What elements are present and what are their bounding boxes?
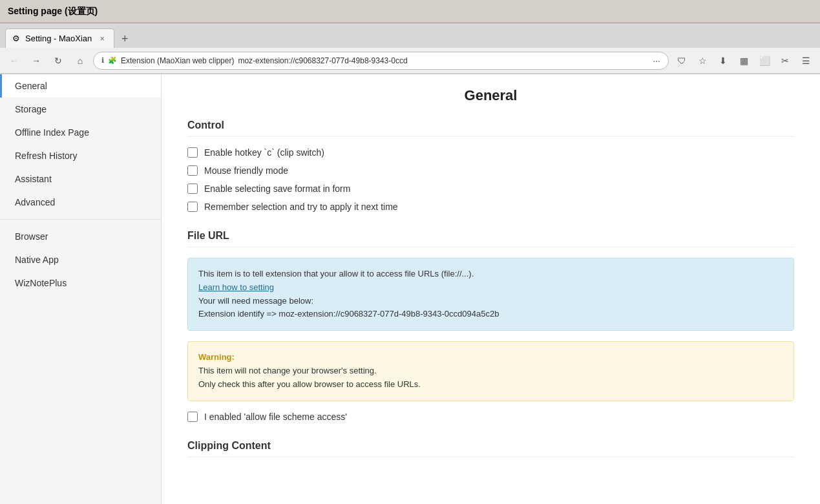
sidebar-item-offline-label: Offline Index Page (15, 127, 89, 138)
save-format-label[interactable]: Enable selecting save format in form (204, 184, 350, 194)
address-more-button[interactable]: ··· (653, 56, 660, 66)
warning-line1: This item will not change your browser's… (198, 366, 377, 375)
clipping-content-section: Clipping Content (187, 440, 794, 457)
checkbox-row-mouse-friendly: Mouse friendly mode (187, 165, 794, 176)
main-area: General Storage Offline Index Page Refre… (0, 74, 820, 504)
remember-selection-checkbox[interactable] (187, 202, 198, 212)
download-icon[interactable]: ⬇ (714, 52, 732, 70)
checkbox-row-save-format: Enable selecting save format in form (187, 184, 794, 194)
sidebar-item-wiznoteplus[interactable]: WizNotePlus (0, 271, 161, 295)
info-text: This item is to tell extension that your… (198, 269, 474, 278)
warning-line2: Only check this after you allow browser … (198, 379, 421, 389)
tab-title: Setting - MaoXian (25, 34, 92, 43)
back-button[interactable]: ← (5, 52, 23, 70)
file-url-section-title: File URL (187, 230, 794, 247)
address-bar-row: ← → ↻ ⌂ ℹ 🧩 Extension (MaoXian web clipp… (0, 48, 820, 74)
clipping-content-section-title: Clipping Content (187, 440, 794, 457)
forward-button[interactable]: → (27, 52, 45, 70)
sidebar-item-offline-index-page[interactable]: Offline Index Page (0, 121, 161, 144)
extension-label: Extension (MaoXian web clipper) (121, 56, 234, 65)
control-section: Control Enable hotkey `c` (clip switch) … (187, 120, 794, 212)
file-scheme-label[interactable]: I enabled 'allow file scheme access' (204, 412, 347, 422)
tab-favicon: ⚙ (12, 34, 20, 43)
sidebar-item-advanced[interactable]: Advanced (0, 191, 161, 214)
layout-icon[interactable]: ⬜ (755, 52, 773, 70)
menu-icon[interactable]: ☰ (797, 52, 815, 70)
mouse-friendly-label[interactable]: Mouse friendly mode (204, 165, 288, 176)
sidebar-item-refresh-label: Refresh History (15, 151, 77, 161)
info-box: This item is to tell extension that your… (187, 258, 794, 331)
sidebar-item-general[interactable]: General (0, 74, 161, 98)
sidebar-item-storage[interactable]: Storage (0, 98, 161, 121)
extension-id-text: Extension identify => moz-extension://c9… (198, 309, 499, 319)
hotkey-checkbox[interactable] (187, 147, 198, 158)
sidebar-item-assistant-label: Assistant (15, 174, 52, 184)
address-bar[interactable]: ℹ 🧩 Extension (MaoXian web clipper) moz-… (93, 52, 669, 70)
customize-icon[interactable]: ✂ (776, 52, 794, 70)
tab-close-button[interactable]: × (97, 34, 107, 44)
sidebar-item-browser-label: Browser (15, 231, 48, 242)
sidebar-item-native-app[interactable]: Native App (0, 248, 161, 271)
shield-icon[interactable]: 🛡 (673, 52, 691, 70)
title-bar: Setting page (设置页) (0, 0, 820, 23)
sidebar-item-advanced-label: Advanced (15, 197, 55, 207)
control-section-title: Control (187, 120, 794, 137)
sidebar-item-browser[interactable]: Browser (0, 225, 161, 248)
home-button[interactable]: ⌂ (71, 52, 89, 70)
mouse-friendly-checkbox[interactable] (187, 165, 198, 176)
file-url-section: File URL This item is to tell extension … (187, 230, 794, 422)
file-scheme-checkbox[interactable] (187, 412, 198, 422)
sidebar-item-storage-label: Storage (15, 104, 47, 114)
content-area: General Control Enable hotkey `c` (clip … (162, 74, 820, 504)
save-format-checkbox[interactable] (187, 184, 198, 194)
extension-icon: 🧩 (108, 56, 117, 65)
checkbox-row-remember-selection: Remember selection and try to apply it n… (187, 202, 794, 212)
url-text: moz-extension://c9068327-077d-49b8-9343-… (238, 56, 649, 65)
warning-label: Warning: (198, 352, 235, 362)
hotkey-label[interactable]: Enable hotkey `c` (clip switch) (204, 147, 324, 158)
tab-bar: ⚙ Setting - MaoXian × + (0, 23, 820, 48)
sidebar-item-assistant[interactable]: Assistant (0, 167, 161, 191)
browser-chrome: ⚙ Setting - MaoXian × + ← → ↻ ⌂ ℹ 🧩 Exte… (0, 23, 820, 74)
remember-selection-label[interactable]: Remember selection and try to apply it n… (204, 202, 398, 212)
page-title: General (187, 87, 794, 104)
learn-how-link[interactable]: Learn how to setting (198, 282, 274, 292)
grid-icon[interactable]: ▦ (735, 52, 753, 70)
info-text2: Your will need message below: (198, 296, 313, 306)
sidebar-item-wiznoteplus-label: WizNotePlus (15, 278, 67, 288)
sidebar-divider (0, 219, 161, 220)
sidebar: General Storage Offline Index Page Refre… (0, 74, 162, 504)
sidebar-item-refresh-history[interactable]: Refresh History (0, 144, 161, 167)
reload-button[interactable]: ↻ (49, 52, 67, 70)
security-icon: ℹ (101, 56, 104, 65)
title-bar-text: Setting page (设置页) (8, 6, 98, 17)
toolbar-icons: 🛡 ☆ ⬇ ▦ ⬜ ✂ ☰ (673, 52, 815, 70)
checkbox-row-file-scheme: I enabled 'allow file scheme access' (187, 412, 794, 422)
sidebar-item-native-app-label: Native App (15, 255, 59, 265)
browser-tab[interactable]: ⚙ Setting - MaoXian × (5, 28, 114, 48)
sidebar-item-general-label: General (15, 81, 47, 91)
warning-box: Warning: This item will not change your … (187, 341, 794, 401)
checkbox-row-hotkey: Enable hotkey `c` (clip switch) (187, 147, 794, 158)
bookmark-icon[interactable]: ☆ (693, 52, 711, 70)
new-tab-button[interactable]: + (116, 30, 134, 48)
